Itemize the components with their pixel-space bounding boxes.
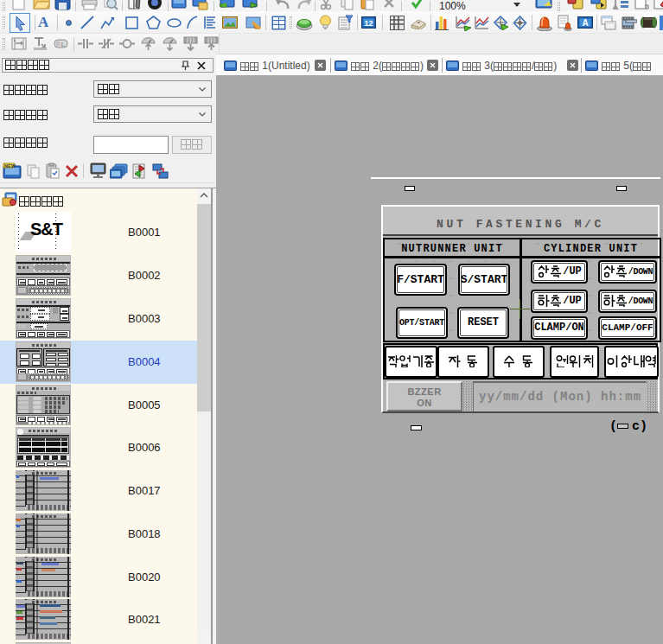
svg-text:A: A: [582, 18, 588, 28]
svg-text:12: 12: [364, 19, 373, 28]
svg-text:L: L: [61, 41, 66, 48]
svg-text:NEW: NEW: [4, 163, 16, 169]
